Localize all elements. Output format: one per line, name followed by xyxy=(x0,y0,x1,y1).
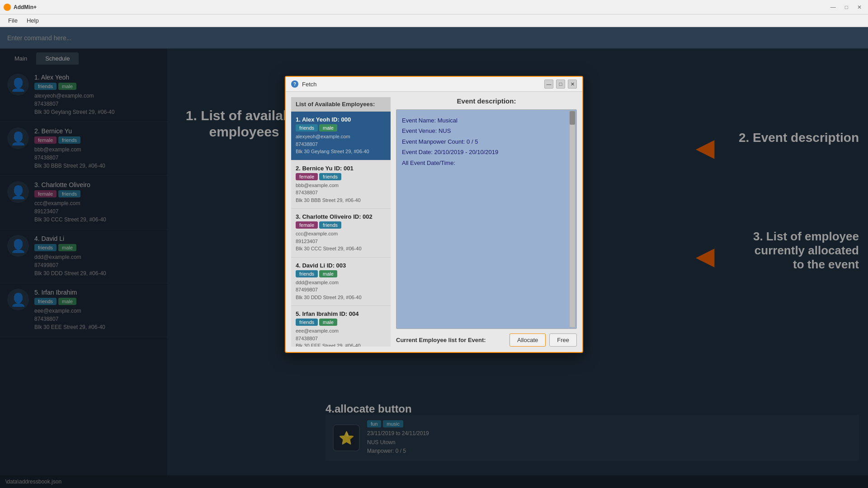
modal-list-header: List of Available Employees: xyxy=(291,97,391,112)
modal-tag-female: female xyxy=(296,173,318,180)
modal-tag-friends: friends xyxy=(296,319,318,326)
modal-employee-list: List of Available Employees: 1. Alex Yeo… xyxy=(291,97,391,347)
event-date-line: Event Date: 20/10/2019 - 20/10/2019 xyxy=(402,147,571,157)
modal-tag-male: male xyxy=(319,270,337,277)
event-all-datetime: All Event Date/Time: xyxy=(402,158,571,168)
fetch-modal: ? Fetch — □ ✕ List of Available Employee… xyxy=(285,76,583,353)
modal-emp-tags: femalefriends xyxy=(296,173,386,180)
event-name: Event Name: Musical xyxy=(402,115,571,126)
modal-emp-name: 4. David Li ID: 003 xyxy=(296,262,386,269)
modal-emp-detail: ccc@example.com89123407Blk 30 CCC Street… xyxy=(296,230,386,253)
event-manpower-line: Event Manpower Count: 0 / 5 xyxy=(402,136,571,147)
modal-emp-tags: femalefriends xyxy=(296,221,386,229)
modal-emp-name: 1. Alex Yeoh ID: 000 xyxy=(296,116,386,123)
modal-tag-friends: friends xyxy=(296,270,318,277)
modal-emp-tags: friendsmale xyxy=(296,124,386,131)
modal-list-item[interactable]: 2. Bernice Yu ID: 001femalefriendsbbb@ex… xyxy=(291,160,391,209)
modal-list-item[interactable]: 1. Alex Yeoh ID: 000friendsmalealexyeoh@… xyxy=(291,112,391,160)
modal-event-panel: Event description: Event Name: Musical E… xyxy=(396,97,577,347)
modal-emp-name: 3. Charlotte Oliveiro ID: 002 xyxy=(296,213,386,220)
modal-tag-friends: friends xyxy=(319,173,341,180)
modal-emp-name: 2. Bernice Yu ID: 001 xyxy=(296,165,386,172)
modal-maximize[interactable]: □ xyxy=(556,80,565,89)
window-controls: — □ ✕ xyxy=(828,3,864,11)
menu-help[interactable]: Help xyxy=(22,16,43,25)
modal-title-bar: ? Fetch — □ ✕ xyxy=(286,77,582,92)
event-desc-text: Event Name: Musical Event Venue: NUS Eve… xyxy=(402,115,571,168)
modal-emp-tags: friendsmale xyxy=(296,319,386,326)
modal-tag-male: male xyxy=(319,124,337,131)
maximize-button[interactable]: □ xyxy=(842,3,851,11)
modal-tag-friends: friends xyxy=(296,124,318,131)
modal-title: Fetch xyxy=(302,81,541,88)
close-button[interactable]: ✕ xyxy=(854,3,864,11)
command-input[interactable] xyxy=(7,34,143,42)
modal-emp-detail: eee@example.com87438807Blk 30 EEE Street… xyxy=(296,327,386,347)
modal-emp-tags: friendsmale xyxy=(296,270,386,277)
event-desc-scrollbar[interactable] xyxy=(569,111,576,328)
app-title: AddMin+ xyxy=(14,4,37,10)
menu-file[interactable]: File xyxy=(4,16,22,25)
modal-overlay: ? Fetch — □ ✕ List of Available Employee… xyxy=(0,49,868,488)
free-button[interactable]: Free xyxy=(549,333,577,347)
main-content: Main Schedule 👤1. Alex Yeohfriendsmaleal… xyxy=(0,49,868,488)
action-buttons: Allocate Free xyxy=(509,333,577,347)
modal-tag-friends: friends xyxy=(319,221,341,229)
modal-emp-detail: bbb@example.com87438807Blk 30 BBB Street… xyxy=(296,182,386,204)
app-icon xyxy=(4,4,11,11)
modal-close[interactable]: ✕ xyxy=(568,80,577,89)
modal-emp-detail: ddd@example.com87499807Blk 30 DDD Street… xyxy=(296,279,386,301)
modal-list-item[interactable]: 3. Charlotte Oliveiro ID: 002femalefrien… xyxy=(291,209,391,258)
modal-list-item[interactable]: 4. David Li ID: 003friendsmaleddd@exampl… xyxy=(291,258,391,306)
modal-tag-male: male xyxy=(319,319,337,326)
menu-bar: File Help xyxy=(0,14,868,27)
modal-minimize[interactable]: — xyxy=(544,80,553,89)
scrollbar-thumb xyxy=(570,111,575,125)
modal-emp-name: 5. Irfan Ibrahim ID: 004 xyxy=(296,310,386,317)
modal-emp-detail: alexyeoh@example.com87438807Blk 30 Geyla… xyxy=(296,133,386,155)
event-venue-line: Event Venue: NUS xyxy=(402,126,571,136)
event-desc-header: Event description: xyxy=(396,97,577,105)
modal-controls: — □ ✕ xyxy=(544,80,577,89)
allocate-button[interactable]: Allocate xyxy=(509,333,546,347)
modal-tag-female: female xyxy=(296,221,318,229)
modal-body: List of Available Employees: 1. Alex Yeo… xyxy=(286,92,582,352)
current-employee-label: Current Employee list for Event: xyxy=(396,337,486,343)
event-desc-box: Event Name: Musical Event Venue: NUS Eve… xyxy=(396,109,577,329)
modal-list-item[interactable]: 5. Irfan Ibrahim ID: 004friendsmaleeee@e… xyxy=(291,306,391,347)
modal-list-scroll[interactable]: 1. Alex Yeoh ID: 000friendsmalealexyeoh@… xyxy=(291,112,391,347)
title-bar: AddMin+ — □ ✕ xyxy=(0,0,868,14)
modal-icon: ? xyxy=(291,80,298,88)
command-bar xyxy=(0,27,868,49)
minimize-button[interactable]: — xyxy=(828,3,839,11)
